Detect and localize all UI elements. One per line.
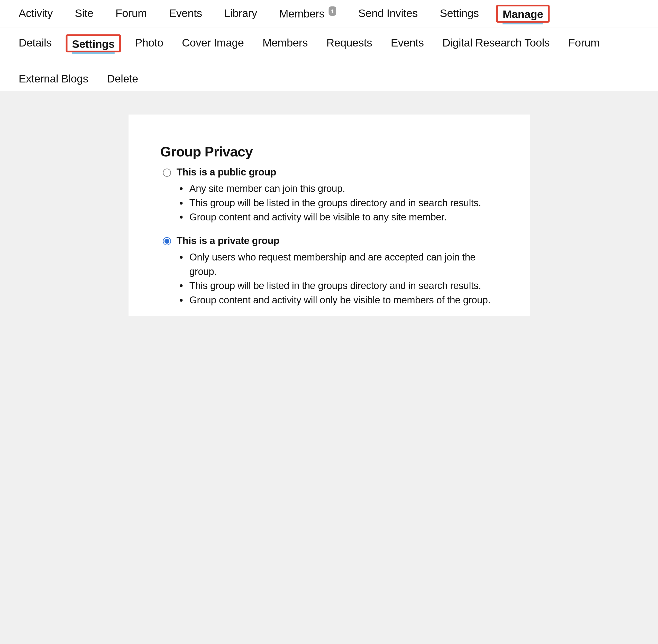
radio-private-group[interactable] (163, 237, 171, 245)
nav-site[interactable]: Site (75, 5, 93, 22)
nav-send-invites[interactable]: Send Invites (358, 5, 418, 22)
subnav-digital-research-tools[interactable]: Digital Research Tools (442, 34, 550, 52)
radio-public-group[interactable] (163, 168, 171, 177)
nav-events[interactable]: Events (169, 5, 202, 22)
nav-activity[interactable]: Activity (19, 5, 53, 22)
subnav-requests[interactable]: Requests (326, 34, 372, 52)
nav-manage[interactable]: Manage (503, 5, 543, 24)
subnav-forum[interactable]: Forum (568, 34, 600, 52)
desc-public-group: Any site member can join this group. Thi… (190, 182, 498, 225)
subnav-photo[interactable]: Photo (135, 34, 163, 52)
members-count-badge: 1 (328, 6, 336, 16)
subnav-delete[interactable]: Delete (107, 70, 138, 88)
primary-nav: Activity Site Forum Events Library Membe… (19, 2, 643, 24)
nav-members-label: Members (279, 7, 324, 20)
subnav-details[interactable]: Details (19, 34, 51, 52)
label-private-group: This is a private group (177, 235, 279, 247)
list-item: Only users who request membership and ar… (190, 250, 498, 279)
list-item: Any site member can join this group. (190, 182, 498, 196)
nav-library[interactable]: Library (224, 5, 257, 22)
subnav-events[interactable]: Events (391, 34, 424, 52)
desc-private-group: Only users who request membership and ar… (190, 250, 498, 308)
subnav-members[interactable]: Members (262, 34, 308, 52)
subnav-settings[interactable]: Settings (72, 35, 115, 54)
subnav-external-blogs[interactable]: External Blogs (19, 70, 88, 88)
settings-card: Group Privacy This is a public group Any… (128, 115, 529, 316)
list-item: Group content and activity will be visib… (190, 211, 498, 225)
list-item: This group will be listed in the groups … (190, 279, 498, 294)
highlight-manage: Manage (496, 4, 550, 22)
label-public-group: This is a public group (177, 167, 276, 178)
nav-forum[interactable]: Forum (115, 5, 147, 22)
heading-group-privacy: Group Privacy (160, 144, 498, 160)
nav-settings[interactable]: Settings (440, 5, 479, 22)
subnav-cover-image[interactable]: Cover Image (182, 34, 244, 52)
list-item: This group will be listed in the groups … (190, 196, 498, 211)
secondary-nav: Details Settings Photo Cover Image Membe… (19, 27, 643, 91)
list-item: Group content and activity will only be … (190, 293, 498, 308)
nav-members[interactable]: Members 1 (279, 4, 336, 23)
highlight-settings: Settings (66, 34, 121, 52)
